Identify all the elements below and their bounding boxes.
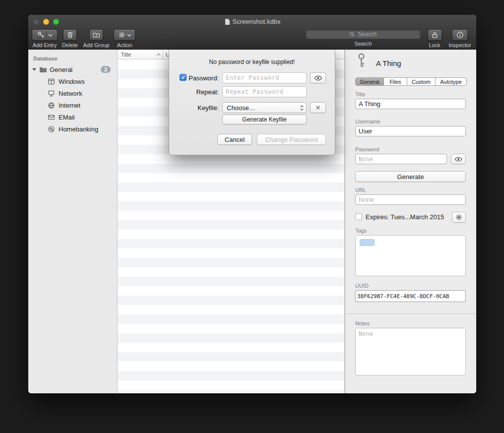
window-chrome: Screenshot.kdbx Add Entry Delete: [28, 15, 476, 50]
url-field[interactable]: [355, 194, 466, 205]
close-x-icon: [315, 105, 321, 111]
expires-checkbox[interactable]: [355, 213, 362, 220]
coin-percent-icon: [48, 125, 55, 133]
url-field-label: URL: [355, 187, 366, 193]
window-title: Screenshot.kdbx: [28, 18, 476, 25]
envelope-icon: [48, 114, 55, 121]
gear-icon: [118, 31, 126, 39]
add-group-button[interactable]: [89, 29, 103, 41]
windows-icon: [48, 78, 55, 85]
folder-icon: [39, 66, 47, 73]
expires-label: Expires: Tues...March 2015: [366, 213, 444, 221]
entry-count-badge: 2: [101, 66, 111, 73]
tab-custom[interactable]: Custom: [407, 78, 435, 85]
sort-ascending-icon: [156, 53, 161, 56]
password-label: Password:: [187, 74, 219, 82]
folder-plus-icon: [93, 31, 100, 39]
entry-title: A Thing: [376, 59, 401, 67]
action-button[interactable]: [114, 29, 135, 41]
generate-keyfile-button[interactable]: Generate Keyfile: [222, 115, 307, 124]
title-field-label: Title: [355, 91, 365, 97]
sidebar-group-network[interactable]: Network: [28, 87, 117, 99]
action-label: Action: [108, 42, 141, 48]
info-icon: [456, 31, 464, 39]
tag-token[interactable]: [360, 239, 375, 246]
cancel-button[interactable]: Cancel: [217, 134, 252, 145]
sidebar-group-homebanking[interactable]: Homebanking: [28, 123, 117, 135]
show-password-button[interactable]: [451, 154, 466, 164]
repeat-password-input[interactable]: [222, 86, 307, 97]
password-field-label: Password: [355, 146, 379, 152]
expires-settings-button[interactable]: [452, 212, 466, 223]
checkmark-icon: [181, 75, 186, 80]
sidebar-group-internet[interactable]: Internet: [28, 99, 117, 111]
username-field-label: Username: [355, 119, 380, 124]
notes-field[interactable]: [355, 328, 466, 375]
section-divider: [345, 313, 476, 314]
column-title-text: Title: [121, 52, 131, 58]
password-field[interactable]: [355, 154, 447, 164]
tab-general[interactable]: General: [356, 78, 383, 85]
key-icon: [37, 31, 45, 39]
group-label: Network: [59, 90, 82, 97]
lock-button[interactable]: [428, 29, 442, 41]
dialog-message: No password or keyfile supplied!: [169, 59, 335, 65]
inspector-tabs: General Files Custom Autotype: [355, 77, 467, 86]
password-checkbox[interactable]: [180, 74, 187, 81]
group-label: Homebanking: [59, 125, 98, 133]
keyfile-popup-value: Choose…: [227, 104, 255, 112]
toolbar-item-search: Search Search: [306, 29, 421, 47]
password-input[interactable]: [222, 72, 307, 83]
sidebar-group-general[interactable]: General 2: [28, 63, 117, 75]
search-icon: [349, 31, 355, 37]
toolbar-item-inspector: Inspector: [443, 29, 476, 48]
eye-icon: [454, 157, 462, 162]
uuid-field[interactable]: [355, 290, 466, 302]
eye-icon: [314, 75, 322, 81]
popup-updown-icon: [300, 104, 304, 112]
repeat-label: Repeat:: [187, 88, 219, 96]
window-title-text: Screenshot.kdbx: [233, 18, 281, 25]
chevron-down-icon[interactable]: [48, 34, 53, 37]
app-window: Screenshot.kdbx Add Entry Delete: [28, 15, 476, 393]
search-input[interactable]: Search: [306, 29, 421, 39]
show-password-button[interactable]: [310, 72, 326, 83]
tab-autotype[interactable]: Autotype: [435, 78, 466, 85]
search-label: Search: [306, 41, 421, 47]
group-label: General: [50, 66, 72, 73]
search-placeholder: Search: [358, 31, 377, 38]
keyfile-popup[interactable]: Choose…: [222, 102, 307, 113]
network-icon: [48, 90, 55, 97]
key-icon: [357, 53, 366, 68]
group-label: Internet: [59, 102, 80, 109]
tags-field-label: Tags: [355, 228, 367, 234]
sidebar-section-header: Database: [28, 50, 117, 63]
tags-box[interactable]: [355, 235, 466, 276]
group-label: EMail: [59, 114, 75, 121]
toolbar-item-action: Action: [108, 29, 141, 48]
notes-field-label: Notes: [355, 320, 370, 326]
inspector-label: Inspector: [443, 42, 476, 48]
delete-button[interactable]: [63, 29, 77, 41]
change-password-dialog: No password or keyfile supplied! Passwor…: [169, 50, 335, 155]
document-icon: [224, 18, 230, 25]
globe-icon: [48, 102, 55, 109]
group-label: Windows: [59, 78, 85, 85]
sidebar: Database General 2 Windows: [28, 50, 118, 393]
chevron-down-icon: [127, 34, 131, 37]
disclosure-triangle-icon[interactable]: [32, 67, 37, 71]
username-field[interactable]: [355, 126, 466, 136]
column-header-title[interactable]: Title: [118, 50, 163, 59]
title-field[interactable]: [355, 99, 466, 109]
sidebar-group-email[interactable]: EMail: [28, 111, 117, 123]
sidebar-group-windows[interactable]: Windows: [28, 75, 117, 87]
change-password-button[interactable]: Change Password: [257, 134, 326, 145]
clear-keyfile-button[interactable]: [310, 102, 326, 113]
inspector-panel: A Thing General Files Custom Autotype Ti…: [345, 50, 476, 393]
tab-files[interactable]: Files: [383, 78, 407, 85]
trash-icon: [66, 31, 74, 39]
uuid-field-label: UUID: [355, 283, 369, 289]
button-divider: [46, 31, 47, 39]
info-icon-button[interactable]: [452, 29, 468, 41]
generate-password-button[interactable]: Generate: [355, 171, 466, 182]
